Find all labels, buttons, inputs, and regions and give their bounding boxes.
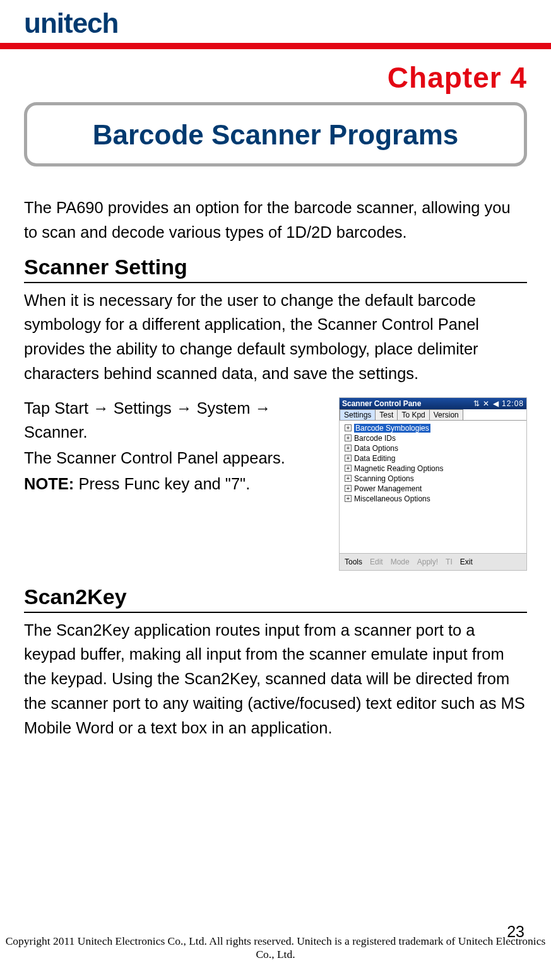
tree-item-label: Data Editing <box>354 454 395 463</box>
tree-item[interactable]: +Power Management <box>343 484 523 494</box>
expand-icon[interactable]: + <box>345 495 352 502</box>
expand-icon[interactable]: + <box>345 455 352 462</box>
tab-settings[interactable]: Settings <box>340 409 376 420</box>
tab-to-kpd[interactable]: To Kpd <box>397 409 429 420</box>
tree-item-label: Magnetic Reading Options <box>354 464 443 473</box>
bottom-menu-bar: Tools Edit Mode Apply! TI Exit <box>340 553 526 570</box>
tree-item[interactable]: +Scanning Options <box>343 474 523 484</box>
expand-icon[interactable]: + <box>345 465 352 472</box>
expand-icon[interactable]: + <box>345 475 352 482</box>
scan2key-p1: The Scan2Key application routes input fr… <box>24 618 527 740</box>
scanner-setting-p1: When it is necessary for the user to cha… <box>24 288 527 386</box>
tree-item[interactable]: +Magnetic Reading Options <box>343 464 523 474</box>
tree-item[interactable]: +Barcode IDs <box>343 433 523 443</box>
tab-bar: Settings Test To Kpd Version <box>340 409 526 421</box>
expand-icon[interactable]: + <box>345 485 352 492</box>
section-heading-scanner-setting: Scanner Setting <box>24 255 527 279</box>
chapter-title: Barcode Scanner Programs <box>33 119 518 151</box>
note-text: Press Func key and "7". <box>74 475 250 493</box>
status-icons: ⇅ ✕ ◀ 12:08 <box>473 399 524 408</box>
tree-item-label: Scanning Options <box>354 474 414 483</box>
tree-item-label: Barcode Symbologies <box>354 424 430 433</box>
section-heading-scan2key: Scan2Key <box>24 585 527 609</box>
tab-test[interactable]: Test <box>375 409 398 420</box>
tree-item[interactable]: +Miscellaneous Options <box>343 494 523 504</box>
header-divider <box>0 43 551 49</box>
tree-item-label: Miscellaneous Options <box>354 494 430 503</box>
settings-tree: +Barcode Symbologies +Barcode IDs +Data … <box>340 421 526 553</box>
expand-icon[interactable]: + <box>345 445 352 452</box>
tree-item-label: Barcode IDs <box>354 434 396 443</box>
scanner-setting-appears: The Scanner Control Panel appears. <box>24 446 326 470</box>
menu-exit[interactable]: Exit <box>460 557 473 566</box>
clock-time: 12:08 <box>502 399 524 408</box>
note-label: NOTE: <box>24 475 74 493</box>
tree-item-label: Power Management <box>354 484 422 493</box>
menu-edit[interactable]: Edit <box>370 557 383 566</box>
intro-paragraph: The PA690 provides an option for the bar… <box>24 195 527 245</box>
scanner-setting-note: NOTE: Press Func key and "7". <box>24 472 326 496</box>
copyright-footer: Copyright 2011 Unitech Electronics Co., … <box>0 935 551 961</box>
section-divider <box>24 282 527 283</box>
expand-icon[interactable]: + <box>345 424 352 431</box>
section-divider <box>24 612 527 613</box>
tab-version[interactable]: Version <box>429 409 463 420</box>
tree-item[interactable]: +Barcode Symbologies <box>343 423 523 433</box>
window-titlebar: Scanner Control Pane ⇅ ✕ ◀ 12:08 <box>340 398 526 409</box>
chapter-title-box: Barcode Scanner Programs <box>24 102 527 166</box>
menu-mode[interactable]: Mode <box>391 557 410 566</box>
window-title: Scanner Control Pane <box>342 399 421 408</box>
tree-item[interactable]: +Data Editing <box>343 453 523 464</box>
brand-logo-text: unitech <box>24 8 118 39</box>
scanner-control-panel-screenshot: Scanner Control Pane ⇅ ✕ ◀ 12:08 Setting… <box>339 397 527 571</box>
scanner-setting-path: Tap Start → Settings → System → Scanner. <box>24 396 326 445</box>
menu-apply[interactable]: Apply! <box>417 557 438 566</box>
expand-icon[interactable]: + <box>345 435 352 441</box>
menu-ti[interactable]: TI <box>446 557 453 566</box>
chapter-number: Chapter 4 <box>24 61 527 95</box>
tree-item[interactable]: +Data Options <box>343 443 523 453</box>
brand-logo: unitech <box>24 8 527 39</box>
menu-tools[interactable]: Tools <box>345 557 362 566</box>
tree-item-label: Data Options <box>354 444 398 453</box>
